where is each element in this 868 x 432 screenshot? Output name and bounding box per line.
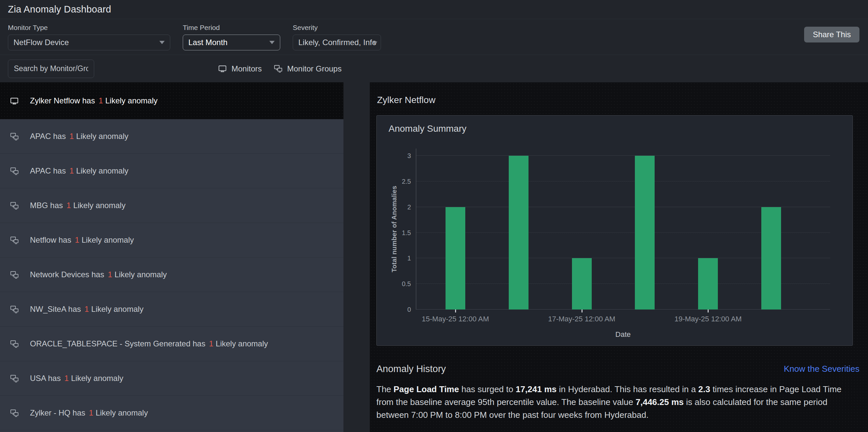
- monitor-group-icon: [10, 132, 19, 141]
- monitor-list-item-text: Zylker Netflow has1Likely anomaly: [30, 96, 158, 105]
- detail-panel: Zylker Netflow Anomaly Summary Total num…: [370, 82, 868, 432]
- monitor-group-icon: [10, 270, 19, 279]
- anomaly-count: 1: [85, 305, 89, 313]
- x-tick-mark: [455, 310, 456, 312]
- x-tick-mark: [582, 310, 583, 312]
- anomaly-summary-title: Anomaly Summary: [389, 123, 467, 134]
- monitor-list-item[interactable]: APAC has1Likely anomaly: [0, 119, 343, 154]
- search-toolbar: Monitors Monitor Groups: [0, 55, 868, 82]
- monitor-group-icon: [10, 374, 19, 383]
- monitor-group-icon: [10, 409, 19, 418]
- monitor-type-select[interactable]: NetFlow Device: [8, 35, 170, 51]
- monitor-list-item[interactable]: Zylker - HQ has1Likely anomaly: [0, 396, 343, 430]
- monitor-icon: [218, 64, 227, 73]
- chart-bar[interactable]: [698, 258, 718, 310]
- page-title: Zia Anomaly Dashboard: [8, 4, 111, 15]
- chart-bar[interactable]: [635, 156, 655, 310]
- title-bar: Zia Anomaly Dashboard: [0, 0, 868, 19]
- filter-monitor-type: Monitor Type NetFlow Device: [8, 19, 170, 55]
- monitor-group-icon: [10, 339, 19, 348]
- filter-time-period: Time Period Last Month: [183, 19, 280, 55]
- monitor-list-item-text: USA has1Likely anomaly: [30, 374, 123, 383]
- monitor-group-icon: [10, 305, 19, 314]
- share-this-button[interactable]: Share This: [804, 27, 860, 42]
- monitor-list-item[interactable]: Network Devices has1Likely anomaly: [0, 257, 343, 292]
- anomaly-count: 1: [69, 166, 74, 175]
- monitor-list-item[interactable]: APAC has1Likely anomaly: [0, 154, 343, 188]
- anomaly-summary-chart: 00.511.522.5315-May-25 12:00 AM17-May-25…: [416, 149, 830, 310]
- monitor-list-item[interactable]: MBG has1Likely anomaly: [0, 188, 343, 223]
- y-tick-label: 1: [407, 254, 411, 262]
- monitor-group-icon: [10, 236, 19, 245]
- chart-bar[interactable]: [572, 258, 592, 310]
- gridline: [416, 155, 830, 156]
- know-the-severities-link[interactable]: Know the Severities: [784, 364, 860, 374]
- monitors-toggle[interactable]: Monitors: [218, 64, 262, 73]
- monitor-list-item-text: MBG has1Likely anomaly: [30, 201, 125, 210]
- severity-select[interactable]: Likely, Confirmed, Info: [293, 35, 381, 51]
- x-tick-mark: [708, 310, 709, 312]
- y-tick-label: 2: [407, 204, 411, 211]
- search-input[interactable]: [8, 60, 94, 78]
- monitor-list-item[interactable]: USA has1Likely anomaly: [0, 361, 343, 396]
- view-toggle: Monitors Monitor Groups: [218, 64, 341, 73]
- time-period-label: Time Period: [183, 24, 280, 32]
- monitor-group-icon: [274, 64, 282, 73]
- time-period-value: Last Month: [188, 38, 227, 47]
- monitor-group-icon: [10, 201, 19, 210]
- monitor-list: Zylker Netflow has1Likely anomalyAPAC ha…: [0, 82, 343, 432]
- anomaly-count: 1: [209, 339, 213, 348]
- main-content: Zylker Netflow has1Likely anomalyAPAC ha…: [0, 82, 868, 432]
- chevron-down-icon: [269, 41, 275, 44]
- y-tick-label: 2.5: [402, 178, 411, 185]
- chart-bar[interactable]: [445, 207, 465, 310]
- zia-anomaly-dashboard: Zia Anomaly Dashboard Monitor Type NetFl…: [0, 0, 868, 432]
- anomaly-count: 1: [98, 96, 103, 105]
- anomaly-count: 1: [75, 236, 79, 244]
- monitor-type-label: Monitor Type: [8, 24, 170, 32]
- gridline: [416, 181, 830, 181]
- time-period-select[interactable]: Last Month: [183, 35, 280, 51]
- monitor-list-item[interactable]: Netflow has1Likely anomaly: [0, 223, 343, 257]
- detail-title: Zylker Netflow: [377, 95, 860, 105]
- monitor-list-item-text: NW_SiteA has1Likely anomaly: [30, 305, 144, 314]
- x-tick-label: 17-May-25 12:00 AM: [548, 315, 615, 323]
- monitor-list-item-text: Network Devices has1Likely anomaly: [30, 270, 167, 279]
- anomaly-history-header: Anomaly History Know the Severities: [376, 364, 860, 374]
- chart-bar[interactable]: [761, 207, 781, 310]
- y-tick-label: 0.5: [402, 280, 411, 287]
- anomaly-count: 1: [64, 374, 68, 382]
- monitor-list-item-text: APAC has1Likely anomaly: [30, 132, 128, 141]
- monitor-type-value: NetFlow Device: [13, 38, 69, 47]
- chevron-down-icon: [159, 41, 165, 44]
- x-tick-label: 15-May-25 12:00 AM: [422, 315, 489, 323]
- monitor-list-item-text: Zylker - HQ has1Likely anomaly: [30, 408, 148, 418]
- anomaly-count: 1: [66, 201, 71, 210]
- anomaly-count: 1: [69, 132, 74, 141]
- anomaly-count: 1: [89, 408, 93, 417]
- monitor-list-item[interactable]: NW_SiteA has1Likely anomaly: [0, 292, 343, 327]
- anomaly-history-title: Anomaly History: [376, 364, 446, 374]
- monitor-list-item[interactable]: ORACLE_TABLESPACE - System Generated has…: [0, 327, 343, 361]
- anomaly-count: 1: [108, 270, 112, 279]
- chart-bar[interactable]: [509, 156, 528, 310]
- y-tick-label: 0: [407, 306, 411, 313]
- monitor-list-item-text: ORACLE_TABLESPACE - System Generated has…: [30, 339, 268, 348]
- severity-value: Likely, Confirmed, Info: [298, 38, 376, 47]
- monitor-groups-toggle-label: Monitor Groups: [287, 64, 341, 73]
- monitor-icon: [10, 96, 19, 105]
- monitor-group-icon: [10, 166, 19, 176]
- anomaly-history-text: The Page Load Time has surged to 17,241 …: [376, 383, 860, 422]
- filter-bar: Monitor Type NetFlow Device Time Period …: [0, 19, 868, 55]
- anomaly-summary-card: Anomaly Summary Total number of Anomalie…: [376, 115, 853, 346]
- y-axis-title: Total number of Anomalies: [390, 149, 398, 310]
- x-tick-label: 19-May-25 12:00 AM: [674, 315, 742, 323]
- chevron-down-icon: [372, 41, 377, 45]
- severity-label: Severity: [293, 24, 381, 32]
- filter-severity: Severity Likely, Confirmed, Info: [293, 19, 381, 55]
- monitor-groups-toggle[interactable]: Monitor Groups: [274, 64, 341, 73]
- monitors-toggle-label: Monitors: [231, 64, 262, 73]
- monitor-list-item[interactable]: Zylker Netflow has1Likely anomaly: [0, 82, 343, 119]
- x-axis-title: Date: [615, 330, 630, 339]
- monitor-list-item-text: APAC has1Likely anomaly: [30, 166, 128, 176]
